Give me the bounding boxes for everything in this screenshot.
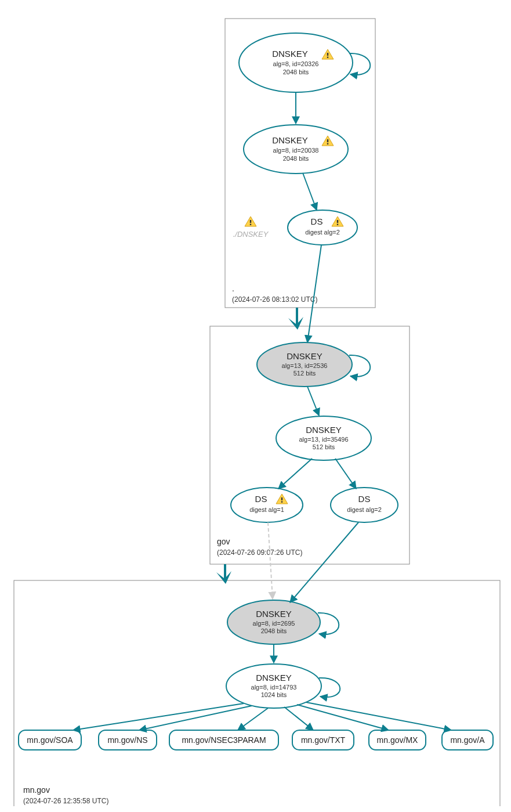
mn-zsk-title: DNSKEY (256, 673, 292, 683)
warning-icon (245, 216, 256, 226)
root-ksk-title: DNSKEY (272, 49, 308, 59)
node-record-mx: mn.gov/MX (369, 730, 426, 750)
svg-text:mn.gov/SOA: mn.gov/SOA (27, 735, 73, 745)
node-record-a: mn.gov/A (442, 730, 493, 750)
node-gov-ksk: DNSKEY alg=13, id=2536 512 bits (257, 342, 352, 387)
edge-gov-zsk-ds2 (335, 459, 356, 489)
edge-gov-ds1-mn-ksk (268, 522, 273, 599)
mn-zsk-line1: alg=8, id=14793 (251, 684, 297, 691)
edge-root-zsk-ds (303, 173, 317, 210)
edge-zsk-txt (284, 707, 313, 730)
gov-ksk-title: DNSKEY (287, 351, 322, 361)
node-root-ds: DS digest alg=2 (288, 210, 357, 245)
svg-text:mn.gov/NS: mn.gov/NS (107, 735, 147, 745)
node-record-soa: mn.gov/SOA (19, 730, 81, 750)
gov-ds1-line1: digest alg=1 (249, 506, 284, 513)
mn-ksk-title: DNSKEY (256, 609, 292, 619)
node-gov-ds1: DS digest alg=1 (231, 488, 303, 522)
mn-zsk-line2: 1024 bits (261, 691, 287, 698)
root-ksk-line1: alg=8, id=20326 (273, 60, 319, 67)
gov-ds2-title: DS (358, 494, 371, 504)
svg-point-6 (288, 210, 357, 245)
root-zsk-title: DNSKEY (272, 135, 308, 145)
edge-root-ds-gov-ksk (307, 245, 321, 342)
gov-zsk-title: DNSKEY (306, 425, 342, 435)
node-root-zsk: DNSKEY alg=8, id=20038 2048 bits (244, 125, 348, 174)
svg-text:mn.gov/MX: mn.gov/MX (377, 735, 418, 745)
gov-ksk-line2: 512 bits (293, 370, 316, 377)
zone-label-mn: mn.gov (23, 785, 50, 795)
edge-zsk-a (306, 702, 451, 730)
zone-label-root: . (232, 284, 234, 293)
node-mn-zsk: DNSKEY alg=8, id=14793 1024 bits (226, 664, 321, 708)
svg-text:mn.gov/A: mn.gov/A (450, 735, 485, 745)
zone-ts-mn: (2024-07-26 12:35:58 UTC) (23, 797, 108, 805)
node-gov-ds2: DS digest alg=2 (331, 488, 398, 522)
gov-ds2-line1: digest alg=2 (347, 506, 382, 513)
zone-label-gov: gov (217, 537, 230, 546)
gov-ds1-title: DS (255, 494, 267, 504)
edge-zsk-nsec3 (238, 708, 268, 730)
node-mn-ksk: DNSKEY alg=8, id=2695 2048 bits (227, 600, 320, 644)
node-root-missing: ./DNSKEY (233, 216, 269, 239)
edge-zsk-mx (297, 705, 389, 730)
svg-text:./DNSKEY: ./DNSKEY (233, 230, 269, 239)
node-record-ns: mn.gov/NS (99, 730, 157, 750)
node-gov-zsk: DNSKEY alg=13, id=35496 512 bits (276, 416, 371, 460)
mn-ksk-line1: alg=8, id=2695 (253, 620, 295, 627)
delegation-arrow-gov-mn (216, 564, 231, 584)
root-zsk-line2: 2048 bits (283, 155, 309, 162)
svg-text:mn.gov/NSEC3PARAM: mn.gov/NSEC3PARAM (182, 735, 266, 745)
svg-point-10 (331, 488, 398, 522)
gov-zsk-line2: 512 bits (313, 443, 335, 450)
root-ds-title: DS (311, 216, 323, 226)
edge-zsk-ns (139, 706, 252, 730)
root-ds-line1: digest alg=2 (305, 229, 340, 236)
svg-point-9 (231, 488, 303, 522)
edge-gov-ds2-mn-ksk (290, 522, 358, 602)
edge-gov-ksk-zsk (307, 387, 319, 416)
gov-zsk-line1: alg=13, id=35496 (299, 436, 348, 443)
mn-ksk-line2: 2048 bits (261, 627, 287, 634)
node-record-nsec3param: mn.gov/NSEC3PARAM (169, 730, 278, 750)
zone-ts-gov: (2024-07-26 09:07:26 UTC) (217, 548, 302, 557)
gov-ksk-line1: alg=13, id=2536 (282, 362, 328, 369)
zone-ts-root: (2024-07-26 08:13:02 UTC) (232, 295, 317, 304)
edge-mn-ksk-self (318, 613, 339, 634)
edge-gov-zsk-ds1 (278, 459, 312, 489)
node-root-ksk: DNSKEY alg=8, id=20326 2048 bits (239, 33, 353, 92)
svg-text:mn.gov/TXT: mn.gov/TXT (301, 735, 346, 745)
node-record-txt: mn.gov/TXT (292, 730, 354, 750)
edge-mn-zsk-self (319, 678, 340, 697)
root-zsk-line1: alg=8, id=20038 (273, 147, 319, 154)
root-ksk-line2: 2048 bits (283, 68, 309, 75)
